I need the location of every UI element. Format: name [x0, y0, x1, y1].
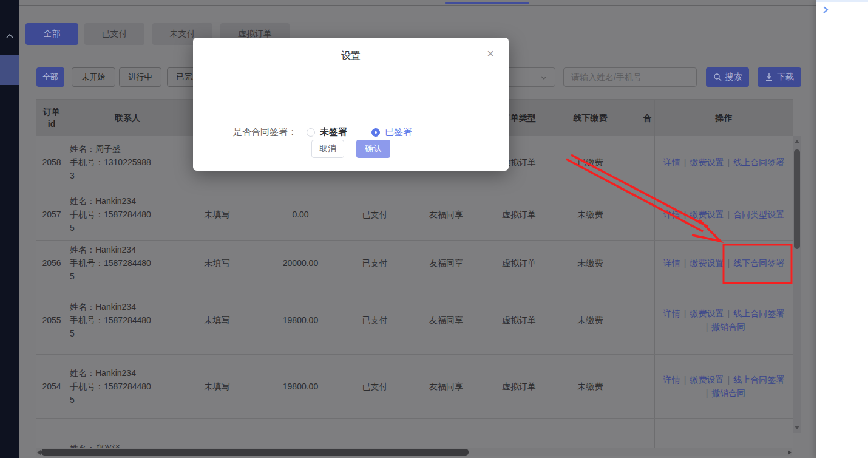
cell: 友福同享	[395, 285, 498, 354]
action-separator: |	[684, 157, 687, 167]
cell: 已支付	[355, 285, 395, 354]
action-separator: |	[728, 375, 730, 385]
cell: 姓名：周子盛手机号：13102259883	[67, 136, 188, 188]
radio-circle-icon	[371, 128, 380, 137]
contact-line: 姓名：周子盛	[70, 142, 121, 156]
actions-cell: 详情|缴费设置|线上合同签署	[654, 136, 793, 188]
confirm-button[interactable]: 确认	[356, 140, 390, 158]
chevron-up-icon[interactable]	[5, 32, 15, 39]
cell: 姓名：Hankin234手机号：15872844805	[67, 355, 188, 418]
actions-cell: 详情|缴费设置|线上合同签署	[654, 419, 793, 448]
action-link[interactable]: 线上合同签署	[733, 157, 784, 167]
contact-line: 手机号：1587284480	[70, 380, 151, 393]
cell: 已支付	[355, 241, 395, 285]
radio-unsigned[interactable]: 未签署	[307, 126, 347, 138]
cell: 已支付	[355, 419, 395, 448]
cell: 姓名：Hankin234手机号：15872844805	[67, 241, 188, 285]
status-filter-1[interactable]: 未开始	[72, 67, 115, 87]
action-line: |撤销合同	[702, 386, 746, 400]
cell	[640, 136, 654, 188]
cell: 虚拟订单	[498, 355, 540, 418]
action-line: 详情|缴费设置|线下合同签署	[663, 256, 784, 270]
action-line: 详情|缴费设置|线上合同签署	[663, 156, 784, 169]
action-link[interactable]: 详情	[663, 210, 680, 219]
action-link[interactable]: 撤销合同	[711, 322, 745, 332]
cell: 2054	[36, 355, 67, 418]
table-row: 2055姓名：Hankin234手机号：15872844805未填写19800.…	[36, 285, 793, 355]
action-separator: |	[728, 309, 730, 318]
radio-circle-icon	[307, 128, 315, 137]
cell: 2055	[36, 285, 67, 354]
action-link[interactable]: 线上合同签署	[733, 309, 784, 318]
action-link[interactable]: 缴费设置	[690, 157, 724, 167]
active-nav-underline	[445, 2, 529, 4]
column-header-8: 合	[640, 100, 654, 136]
cell: 姓名：Hankin234手机号：15872844805	[67, 285, 188, 354]
action-link[interactable]: 合同类型设置	[733, 210, 784, 219]
cell: 虚拟订单	[498, 285, 540, 354]
horizontal-scrollbar[interactable]	[36, 448, 792, 456]
cell: 未缴费	[540, 355, 640, 418]
cell: 20000.00	[246, 241, 355, 285]
sidebar	[0, 0, 19, 458]
download-button-label: 下载	[777, 72, 794, 83]
cell: 未填写	[188, 355, 246, 418]
right-drawer-panel	[816, 0, 868, 458]
table-row: 2054姓名：Hankin234手机号：15872844805未填写19800.…	[36, 355, 793, 419]
chevron-right-icon[interactable]	[822, 5, 829, 17]
action-link[interactable]: 线上合同签署	[733, 375, 784, 385]
cell: 未填写	[188, 188, 246, 240]
chevron-down-icon	[540, 75, 548, 81]
dialog-title: 设置	[193, 50, 509, 63]
actions-cell: 详情|缴费设置|线下合同签署	[654, 241, 793, 285]
cell: 已支付	[355, 355, 395, 418]
radio-signed[interactable]: 已签署	[371, 126, 412, 138]
action-link[interactable]: 缴费设置	[690, 309, 724, 318]
actions-cell: 详情|缴费设置|合同类型设置	[654, 188, 793, 240]
action-separator: |	[728, 210, 730, 219]
contact-line: 5	[70, 221, 75, 234]
download-button[interactable]: 下载	[758, 67, 801, 87]
table-row: 2053姓名：郑兴泽手机号：1348072354未填写19800.00已支付友福…	[36, 419, 793, 448]
search-button-label: 搜索	[725, 72, 742, 83]
cancel-button[interactable]: 取消	[311, 140, 344, 158]
action-link[interactable]: 详情	[663, 375, 680, 385]
horizontal-scrollbar-thumb[interactable]	[41, 449, 469, 456]
tab-1[interactable]: 已支付	[84, 23, 144, 45]
vertical-scrollbar[interactable]	[793, 136, 801, 433]
close-icon[interactable]: ×	[487, 47, 494, 60]
status-filter-0[interactable]: 全部	[36, 67, 64, 87]
scroll-right-arrow-icon[interactable]	[788, 450, 792, 455]
action-link[interactable]: 线下合同签署	[733, 258, 784, 268]
status-filter-2[interactable]: 进行中	[119, 67, 161, 87]
cell	[640, 188, 654, 240]
sidebar-active-item[interactable]	[0, 55, 19, 85]
contact-line: 姓名：郑兴泽	[70, 442, 121, 448]
action-separator: |	[684, 375, 687, 385]
status-filters: 全部未开始进行中已完成	[36, 67, 209, 87]
cell: 2056	[36, 241, 67, 285]
action-link[interactable]: 详情	[663, 258, 680, 268]
tab-0[interactable]: 全部	[25, 23, 78, 45]
contact-line: 姓名：Hankin234	[70, 300, 136, 313]
contact-line: 3	[70, 169, 75, 182]
scroll-down-arrow-icon[interactable]	[795, 426, 799, 429]
search-button[interactable]: 搜索	[706, 67, 749, 87]
action-link[interactable]: 缴费设置	[690, 375, 724, 385]
contact-line: 姓名：Hankin234	[70, 243, 136, 256]
table-row: 2057姓名：Hankin234手机号：15872844805未填写0.00已支…	[36, 188, 793, 241]
action-link[interactable]: 撤销合同	[711, 388, 745, 398]
contract-sign-field: 是否合同签署： 未签署 已签署	[233, 126, 412, 138]
action-link[interactable]: 详情	[663, 157, 680, 167]
scroll-up-arrow-icon[interactable]	[795, 140, 799, 143]
action-link[interactable]: 缴费设置	[690, 258, 724, 268]
contact-line: 5	[70, 270, 75, 283]
cell: 友福同享	[395, 419, 498, 448]
search-input[interactable]	[563, 67, 697, 87]
cell: 已支付	[355, 188, 395, 240]
action-link[interactable]: 缴费设置	[690, 210, 724, 219]
vertical-scrollbar-thumb[interactable]	[794, 149, 800, 249]
contact-line: 手机号：1587284480	[70, 256, 151, 270]
action-link[interactable]: 详情	[663, 309, 680, 318]
scroll-left-arrow-icon[interactable]	[37, 450, 41, 455]
